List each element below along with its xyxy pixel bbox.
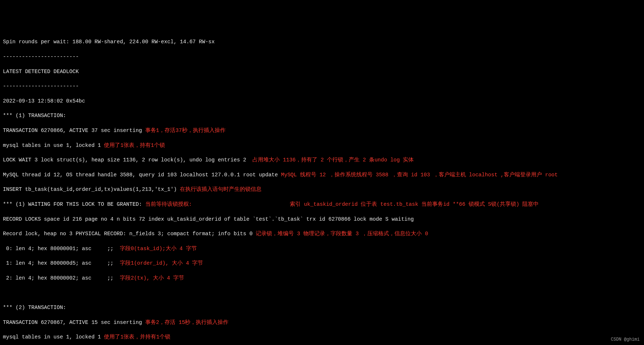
timestamp: 2022-09-13 12:58:02 0x54bc (3, 97, 644, 105)
annotation: 在执行该插入语句时产生的锁信息 (180, 186, 262, 192)
annotation: 事务2，存活 15秒，执行插入操作 (145, 320, 229, 325)
t1-thread: MySQL thread id 12, OS thread handle 358… (3, 171, 644, 178)
text: mysql tables in use 1, locked 1 (3, 334, 104, 340)
t1-record-lock: Record lock, heap no 3 PHYSICAL RECORD: … (3, 230, 644, 237)
annotation: 占用堆大小 1136，持有了 2 个行锁，产生 2 条undo log 实体 (252, 157, 414, 163)
t1-field-0: 0: len 4; hex 80000001; asc ;; 字段0(task_… (3, 245, 644, 252)
t1-header: *** (1) TRANSACTION: (3, 112, 644, 119)
t1-active: TRANSACTION 6270866, ACTIVE 37 sec inser… (3, 127, 644, 134)
t1-lockwait: LOCK WAIT 3 lock struct(s), heap size 11… (3, 156, 644, 164)
annotation: 使用了1张表，并持有1个锁 (104, 334, 170, 340)
annotation-right: 索引 uk_taskid_orderid 位于表 test.tb_task 当前… (192, 201, 539, 207)
blank (3, 289, 644, 297)
annotation: MySQL 线程号 12 ，操作系统线程号 3588 ，查询 id 103 ，客… (281, 172, 558, 178)
t1-field-1: 1: len 4; hex 800000d5; asc ;; 字段1(order… (3, 260, 644, 267)
t1-tables: mysql tables in use 1, locked 1 使用了1张表，持… (3, 142, 644, 149)
t1-record-locks: RECORD LOCKS space id 216 page no 4 n bi… (3, 216, 644, 223)
annotation: 使用了1张表，持有1个锁 (104, 143, 165, 148)
dashes: ------------------------ (3, 53, 644, 60)
text: INSERT tb_task(task_id,order_id,tx)value… (3, 186, 180, 192)
annotation: 事务1，存活37秒，执行插入操作 (145, 128, 226, 133)
t1-insert: INSERT tb_task(task_id,order_id,tx)value… (3, 186, 644, 193)
terminal-output: Spin rounds per wait: 188.00 RW-shared, … (0, 29, 644, 345)
t2-tables: mysql tables in use 1, locked 1 使用了1张表，并… (3, 333, 644, 341)
t1-field-2: 2: len 4; hex 80000002; asc ;; 字段2(tx), … (3, 274, 644, 282)
annotation: 字段0(task_id);大小 4 字节 (120, 246, 197, 252)
watermark: CSDN @ghimi (611, 337, 640, 343)
text: *** (1) WAITING FOR THIS LOCK TO BE GRAN… (3, 201, 145, 207)
text: Record lock, heap no 3 PHYSICAL RECORD: … (3, 231, 256, 237)
text: TRANSACTION 6270867, ACTIVE 15 sec inser… (3, 320, 145, 325)
annotation: 字段2(tx), 大小 4 字节 (120, 275, 184, 281)
annotation: 记录锁，堆编号 3 物理记录，字段数量 3 ，压缩格式，信息位大小 0 (256, 231, 428, 237)
text: mysql tables in use 1, locked 1 (3, 143, 104, 148)
text: LOCK WAIT 3 lock struct(s), heap size 11… (3, 157, 252, 163)
annotation: 字段1(order_id), 大小 4 字节 (120, 260, 203, 266)
text: 2: len 4; hex 80000002; asc ;; (3, 275, 120, 281)
deadlock-title: LATEST DETECTED DEADLOCK (3, 68, 644, 75)
text: TRANSACTION 6270866, ACTIVE 37 sec inser… (3, 128, 145, 133)
t1-waiting-header: *** (1) WAITING FOR THIS LOCK TO BE GRAN… (3, 201, 644, 208)
t2-header: *** (2) TRANSACTION: (3, 304, 644, 311)
text: 1: len 4; hex 800000d5; asc ;; (3, 260, 120, 266)
spin-line: Spin rounds per wait: 188.00 RW-shared, … (3, 38, 644, 45)
annotation-left: 当前等待该锁授权: (145, 201, 192, 207)
text: 0: len 4; hex 80000001; asc ;; (3, 246, 120, 252)
dashes: ------------------------ (3, 83, 644, 90)
text: MySQL thread id 12, OS thread handle 358… (3, 172, 281, 178)
t2-active: TRANSACTION 6270867, ACTIVE 15 sec inser… (3, 319, 644, 326)
